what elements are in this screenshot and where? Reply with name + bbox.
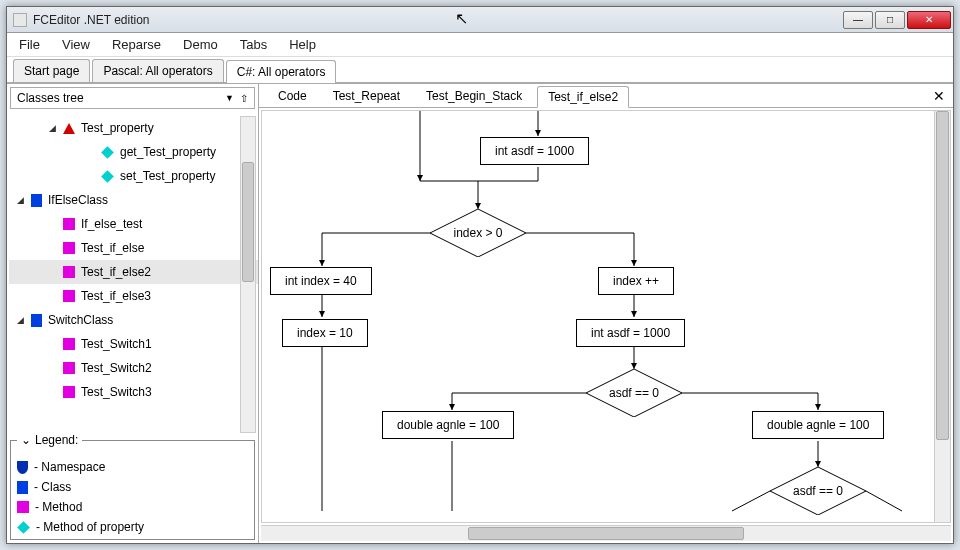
sidebar-title: Classes tree	[17, 91, 84, 105]
tab-start-page[interactable]: Start page	[13, 59, 90, 82]
tab-pascal[interactable]: Pascal: All operators	[92, 59, 223, 82]
close-tab-icon[interactable]: ✕	[933, 88, 945, 104]
canvas-hscrollbar[interactable]	[261, 525, 951, 541]
titlebar[interactable]: FCEditor .NET edition ↖ — □ ✕	[7, 7, 953, 33]
method-icon	[63, 266, 75, 278]
menu-demo[interactable]: Demo	[179, 35, 222, 54]
window-title: FCEditor .NET edition	[33, 13, 150, 27]
tree-label: SwitchClass	[48, 313, 113, 327]
sub-tabs: Code Test_Repeat Test_Begin_Stack Test_i…	[259, 84, 953, 108]
menu-help[interactable]: Help	[285, 35, 320, 54]
node-index-10[interactable]: index = 10	[282, 319, 368, 347]
tree-item-test-switch2[interactable]: Test_Switch2	[9, 356, 258, 380]
tree-item-test-property[interactable]: ◢Test_property	[9, 116, 258, 140]
svg-line-19	[732, 491, 770, 511]
tree-label: IfElseClass	[48, 193, 108, 207]
subtab-test-if-else2[interactable]: Test_if_else2	[537, 86, 629, 108]
tree-item-test-if-else3[interactable]: Test_if_else3	[9, 284, 258, 308]
tree-label: get_Test_property	[120, 145, 216, 159]
mouse-cursor-icon: ↖	[455, 9, 468, 28]
chevron-down-icon[interactable]: ⌄	[21, 433, 31, 447]
property-method-icon	[101, 170, 114, 183]
main-panel: Code Test_Repeat Test_Begin_Stack Test_i…	[259, 84, 953, 543]
tree-item-switchclass[interactable]: ◢SwitchClass	[9, 308, 258, 332]
legend-method: - Method	[11, 497, 254, 517]
node-index-40[interactable]: int index = 40	[270, 267, 372, 295]
tree-item-test-if-else2[interactable]: Test_if_else2	[9, 260, 258, 284]
file-tabs: Start page Pascal: All operators C#: All…	[7, 57, 953, 83]
scrollbar-thumb[interactable]	[242, 162, 254, 282]
tree-item-get-test-property[interactable]: get_Test_property	[9, 140, 258, 164]
scrollbar-thumb[interactable]	[468, 527, 744, 540]
tree-label: set_Test_property	[120, 169, 215, 183]
menubar: File View Reparse Demo Tabs Help	[7, 33, 953, 57]
method-icon	[17, 501, 29, 513]
minimize-button[interactable]: —	[843, 11, 873, 29]
chevron-down-icon[interactable]: ◢	[17, 315, 27, 325]
chevron-down-icon[interactable]: ◢	[17, 195, 27, 205]
app-icon	[13, 13, 27, 27]
tree-label: Test_Switch1	[81, 337, 152, 351]
property-method-icon	[17, 521, 30, 534]
class-icon	[31, 194, 42, 207]
menu-reparse[interactable]: Reparse	[108, 35, 165, 54]
method-icon	[63, 386, 75, 398]
node-agnle-right[interactable]: double agnle = 100	[752, 411, 884, 439]
node-asdf2[interactable]: int asdf = 1000	[576, 319, 685, 347]
pin-icon[interactable]: ⇧	[240, 93, 248, 104]
legend-class: - Class	[11, 477, 254, 497]
menu-file[interactable]: File	[15, 35, 44, 54]
tree-label: Test_Switch2	[81, 361, 152, 375]
workarea: Classes tree ▼ ⇧ ◢Test_property get_Test…	[7, 83, 953, 543]
tree-label: Test_property	[81, 121, 154, 135]
tree-label: Test_Switch3	[81, 385, 152, 399]
menu-tabs[interactable]: Tabs	[236, 35, 271, 54]
sidebar: Classes tree ▼ ⇧ ◢Test_property get_Test…	[7, 84, 259, 543]
namespace-icon	[17, 461, 28, 474]
flowchart-canvas[interactable]: int asdf = 1000 index > 0 int index = 40…	[261, 110, 951, 523]
tree-label: Test_if_else2	[81, 265, 151, 279]
subtab-code[interactable]: Code	[267, 85, 318, 107]
classes-tree[interactable]: ◢Test_property get_Test_property set_Tes…	[7, 112, 258, 437]
tree-item-ifelseclass[interactable]: ◢IfElseClass	[9, 188, 258, 212]
tree-scrollbar[interactable]	[240, 116, 256, 433]
tree-label: Test_if_else	[81, 241, 144, 255]
svg-line-20	[866, 491, 902, 511]
node-asdf-eq-0-b[interactable]: asdf == 0	[770, 467, 866, 515]
close-button[interactable]: ✕	[907, 11, 951, 29]
maximize-button[interactable]: □	[875, 11, 905, 29]
method-icon	[63, 242, 75, 254]
chevron-down-icon[interactable]: ◢	[49, 123, 59, 133]
node-index-pp[interactable]: index ++	[598, 267, 674, 295]
class-icon	[17, 481, 28, 494]
canvas-vscrollbar[interactable]	[934, 111, 950, 522]
tree-item-set-test-property[interactable]: set_Test_property	[9, 164, 258, 188]
dropdown-icon[interactable]: ▼	[225, 93, 234, 103]
tree-item-test-switch3[interactable]: Test_Switch3	[9, 380, 258, 404]
node-index-gt-0[interactable]: index > 0	[430, 209, 526, 257]
legend-panel: ⌄Legend: - Namespace - Class - Method - …	[10, 440, 255, 540]
method-icon	[63, 362, 75, 374]
legend-namespace: - Namespace	[11, 457, 254, 477]
tree-item-if-else-test[interactable]: If_else_test	[9, 212, 258, 236]
node-asdf-init[interactable]: int asdf = 1000	[480, 137, 589, 165]
subtab-test-repeat[interactable]: Test_Repeat	[322, 85, 411, 107]
tree-label: Test_if_else3	[81, 289, 151, 303]
menu-view[interactable]: View	[58, 35, 94, 54]
method-icon	[63, 338, 75, 350]
method-icon	[63, 218, 75, 230]
tree-item-test-switch1[interactable]: Test_Switch1	[9, 332, 258, 356]
tree-item-test-if-else[interactable]: Test_if_else	[9, 236, 258, 260]
legend-property-method: - Method of property	[11, 517, 254, 537]
tab-csharp[interactable]: C#: All operators	[226, 60, 337, 83]
node-asdf-eq-0[interactable]: asdf == 0	[586, 369, 682, 417]
scrollbar-thumb[interactable]	[936, 111, 949, 440]
tree-label: If_else_test	[81, 217, 142, 231]
subtab-test-begin-stack[interactable]: Test_Begin_Stack	[415, 85, 533, 107]
sidebar-header[interactable]: Classes tree ▼ ⇧	[10, 87, 255, 109]
app-window: FCEditor .NET edition ↖ — □ ✕ File View …	[6, 6, 954, 544]
legend-title: Legend:	[35, 433, 78, 447]
node-agnle-left[interactable]: double agnle = 100	[382, 411, 514, 439]
flowchart-connectors	[262, 111, 950, 522]
property-method-icon	[101, 146, 114, 159]
